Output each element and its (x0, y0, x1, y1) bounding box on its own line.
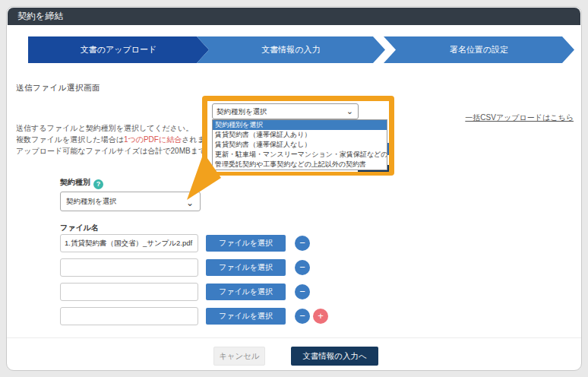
merge-warning-text: 1つのPDFに結合 (124, 135, 182, 144)
contract-type-select[interactable]: 契約種別を選択 ⌄ (60, 192, 201, 211)
remove-file-button[interactable]: − (295, 236, 310, 251)
add-file-button[interactable]: + (313, 309, 328, 324)
window-title-bar: 契約を締結 (8, 8, 580, 25)
file-select-button[interactable]: ファイルを選択 (206, 308, 286, 325)
file-select-button[interactable]: ファイルを選択 (206, 259, 286, 276)
step-label: 文書情報の入力 (261, 44, 320, 55)
contract-type-dropdown-open[interactable]: 契約種別を選択 ⌄ (212, 103, 359, 119)
file-name-input[interactable] (60, 234, 198, 252)
help-icon[interactable]: ? (93, 179, 103, 189)
csv-bulk-upload-link[interactable]: 一括CSVアップロードはこちら (465, 112, 574, 123)
dropdown-option[interactable]: 契約種別を選択 (213, 120, 387, 130)
contract-type-option-list: 契約種別を選択 賃貸契約書（連帯保証人あり） 賃貸契約書（連帯保証人なし） 更新… (212, 119, 387, 170)
file-name-input[interactable] (60, 283, 198, 301)
minus-icon: − (299, 310, 305, 322)
page-title: 契約を締結 (17, 11, 63, 21)
highlight-callout: 契約種別を選択 ⌄ 契約種別を選択 賃貸契約書（連帯保証人あり） 賃貸契約書（連… (202, 96, 394, 176)
callout-content: 契約種別を選択 ⌄ 契約種別を選択 賃貸契約書（連帯保証人あり） 賃貸契約書（連… (207, 101, 389, 172)
minus-icon: − (299, 286, 305, 297)
selected-value: 契約種別を選択 (217, 107, 267, 116)
chevron-down-icon: ⌄ (186, 194, 194, 212)
step-label: 署名位置の設定 (450, 44, 508, 55)
step-document-info: 文書情報の入力 (197, 36, 385, 63)
instructions-text: 送信するファイルと契約種別を選択してください。 複数ファイルを選択した場合は1つ… (16, 122, 229, 157)
remove-file-button[interactable]: − (295, 284, 310, 299)
dropdown-option[interactable]: 賃貸契約書（連帯保証人あり） (213, 130, 387, 140)
minus-icon: − (299, 237, 305, 249)
file-name-input[interactable] (60, 258, 198, 277)
section-title: 送信ファイル選択画面 (16, 83, 100, 93)
minus-icon: − (299, 261, 305, 273)
step-document-upload: 文書のアップロード (28, 36, 209, 63)
instruction-line: 送信するファイルと契約種別を選択してください。 (16, 122, 229, 134)
selected-value: 契約種別を選択 (66, 197, 117, 205)
chevron-down-icon: ⌄ (346, 104, 353, 119)
file-select-button[interactable]: ファイルを選択 (206, 284, 286, 300)
instruction-line: アップロード可能なファイルサイズは合計で20MBまでです。 (16, 145, 229, 157)
cancel-button[interactable]: キャンセル (213, 347, 265, 366)
file-name-input[interactable] (60, 307, 198, 325)
contract-wizard-panel: 契約を締結 文書のアップロード 文書情報の入力 署名位置の設定 送信ファイル選択… (6, 6, 582, 371)
dropdown-option[interactable]: 更新・駐車場・マンスリーマンション・家賃保証などの契約書 (213, 150, 387, 160)
file-select-button[interactable]: ファイルを選択 (206, 235, 286, 252)
footer-divider (7, 337, 581, 338)
remove-file-button[interactable]: − (295, 309, 310, 324)
next-step-button[interactable]: 文書情報の入力へ (291, 347, 378, 366)
contract-type-label: 契約種別? (60, 177, 103, 189)
dropdown-option[interactable]: 管理受託契約や工事契約などの上記以外の契約書 (213, 160, 387, 169)
plus-icon: + (318, 310, 324, 322)
step-label: 文書のアップロード (81, 44, 157, 55)
remove-file-button[interactable]: − (295, 260, 310, 275)
file-name-label: ファイル名 (60, 223, 99, 233)
step-signature-position: 署名位置の設定 (384, 36, 574, 63)
dropdown-option[interactable]: 賃貸契約書（連帯保証人なし） (213, 140, 387, 150)
instruction-line: 複数ファイルを選択した場合は1つのPDFに結合されます。 (16, 134, 229, 145)
